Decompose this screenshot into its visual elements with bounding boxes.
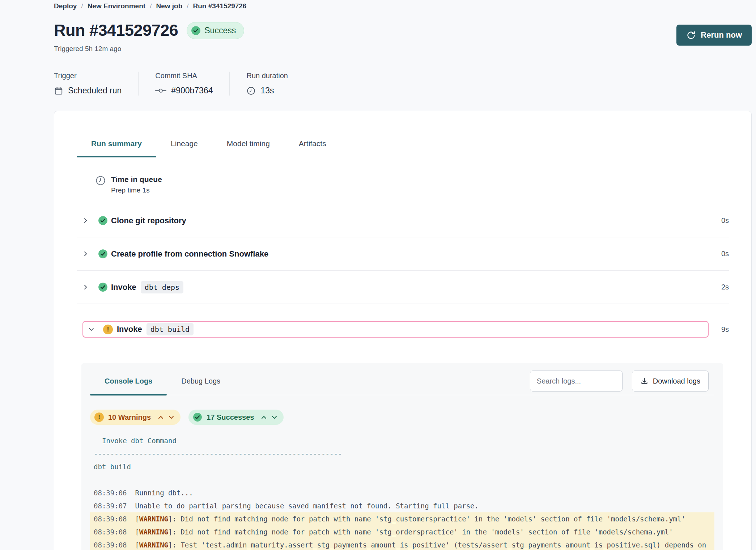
calendar-icon [54,86,63,96]
breadcrumb: Deploy / New Environment / New job / Run… [54,2,752,10]
page-header: Deploy / New Environment / New job / Run… [0,0,756,53]
meta-trigger: Trigger Scheduled run [54,72,139,96]
log-command-header: Invoke dbt Command [90,434,714,447]
log-warning-level: WARNING [139,528,168,536]
tab-run-summary[interactable]: Run summary [77,139,156,157]
step-duration: 0s [709,216,729,225]
chevron-right-icon[interactable] [82,284,89,290]
log-message: Did not find matching node for patch wit… [180,528,673,536]
meta-duration-label: Run duration [246,72,288,80]
step-title: Create profile from connection Snowflake [111,249,268,259]
chevron-down-icon[interactable] [272,415,277,419]
step-invoke-dbt-deps[interactable]: Invoke dbt deps 2s [77,271,729,304]
meta-duration: Run duration 13s [246,72,305,96]
log-tabs: Console Logs Debug Logs [90,371,235,395]
step-invoke-dbt-build: ! Invoke dbt build 9s [77,313,729,346]
log-warning-level: WARNING [139,515,168,523]
page-title: Run #341529726 [54,21,178,40]
step-create-profile[interactable]: Create profile from connection Snowflake… [77,237,729,271]
step-duration: 0s [709,250,729,258]
rerun-now-label: Rerun now [701,30,742,40]
step-duration: 9s [709,325,729,334]
step-command-chip: dbt build [146,323,194,335]
chevron-down-icon[interactable] [169,415,174,419]
warning-icon: ! [94,412,104,422]
title-row: Run #341529726 Success [54,21,752,40]
run-tabs: Run summary Lineage Model timing Artifac… [77,139,729,157]
step-clone-git-repository[interactable]: Clone git repository 0s [77,204,729,237]
step-invoke-dbt-build-header[interactable]: ! Invoke dbt build [82,321,709,338]
check-circle-icon [98,282,108,292]
search-logs-input[interactable] [530,371,623,392]
successes-badge[interactable]: 17 Successes [188,410,284,425]
status-badge-label: Success [204,26,236,35]
breadcrumb-separator: / [187,2,188,10]
refresh-icon [686,30,696,40]
log-warning-level: WARNING [139,541,168,549]
breadcrumb-current-run: Run #341529726 [193,2,247,10]
download-logs-label: Download logs [653,377,700,385]
log-divider: ----------------------------------------… [90,447,714,460]
check-circle-icon [191,26,201,35]
log-message: Unable to do partial parsing because sav… [135,502,479,510]
log-message: Test 'test.admin_maturity.assert_stg_pay… [94,541,710,550]
breadcrumb-deploy[interactable]: Deploy [54,2,77,10]
warnings-count-label: 10 Warnings [108,413,151,422]
chevron-right-icon[interactable] [82,251,89,257]
rerun-now-button[interactable]: Rerun now [676,25,752,46]
breadcrumb-separator: / [150,2,152,10]
tab-lineage[interactable]: Lineage [156,139,212,157]
log-timestamp: 08:39:08 [94,515,127,523]
steps-list: Clone git repository 0s Create profile f… [77,204,729,550]
triggered-timestamp: Triggered 5h 12m ago [54,45,752,53]
log-line: 08:39:07Unable to do partial parsing bec… [90,499,714,512]
log-bracket: [ [135,528,139,536]
tab-artifacts[interactable]: Artifacts [284,139,341,157]
log-timestamp: 08:39:08 [94,528,127,536]
chevron-up-icon[interactable] [158,415,163,419]
log-line-warning: 08:39:08[WARNING]: Did not find matching… [90,512,714,525]
prep-time-link[interactable]: Prep time 1s [111,186,150,194]
log-line-warning: 08:39:08[WARNING]: Test 'test.admin_matu… [90,538,714,550]
log-panel: Console Logs Debug Logs Download logs ! … [81,363,723,550]
step-title: Clone git repository [111,216,186,225]
log-timestamp: 08:39:08 [94,541,127,549]
step-duration: 2s [709,283,729,291]
chevron-right-icon[interactable] [82,217,89,224]
meta-trigger-value: Scheduled run [68,86,122,96]
log-blank-line [90,473,714,486]
log-bracket: ]: [168,515,180,523]
warnings-badge[interactable]: ! 10 Warnings [90,410,180,425]
tab-debug-logs[interactable]: Debug Logs [167,371,235,395]
log-bracket: ]: [168,541,180,549]
log-bracket: ]: [168,528,180,536]
tab-model-timing[interactable]: Model timing [212,139,284,157]
log-count-badges: ! 10 Warnings 17 Successes [90,410,714,425]
meta-commit-value: #900b7364 [171,86,213,96]
log-header: Console Logs Debug Logs Download logs [90,371,714,395]
meta-commit: Commit SHA #900b7364 [155,72,230,96]
step-command-chip: dbt deps [141,281,183,293]
breadcrumb-environment[interactable]: New Environment [88,2,145,10]
breadcrumb-job[interactable]: New job [156,2,182,10]
chevron-down-icon[interactable] [88,326,94,333]
log-line: 08:39:06Running dbt... [90,486,714,499]
step-title: Invoke [117,325,142,334]
log-line-warning: 08:39:08[WARNING]: Did not find matching… [90,525,714,538]
download-logs-button[interactable]: Download logs [632,371,709,392]
console-log-output: Invoke dbt Command ---------------------… [90,434,714,550]
download-icon [640,377,649,385]
warning-icon: ! [103,325,113,334]
meta-trigger-label: Trigger [54,72,122,80]
tab-console-logs[interactable]: Console Logs [90,371,167,395]
log-bracket: [ [135,541,139,549]
check-circle-icon [193,412,202,422]
step-title: Invoke [111,283,136,292]
check-circle-icon [98,249,108,259]
clock-icon [95,175,106,186]
breadcrumb-separator: / [81,2,83,10]
meta-duration-value: 13s [260,86,274,96]
chevron-up-icon[interactable] [261,415,267,419]
log-timestamp: 08:39:06 [94,489,127,497]
log-message: Running dbt... [135,489,193,497]
